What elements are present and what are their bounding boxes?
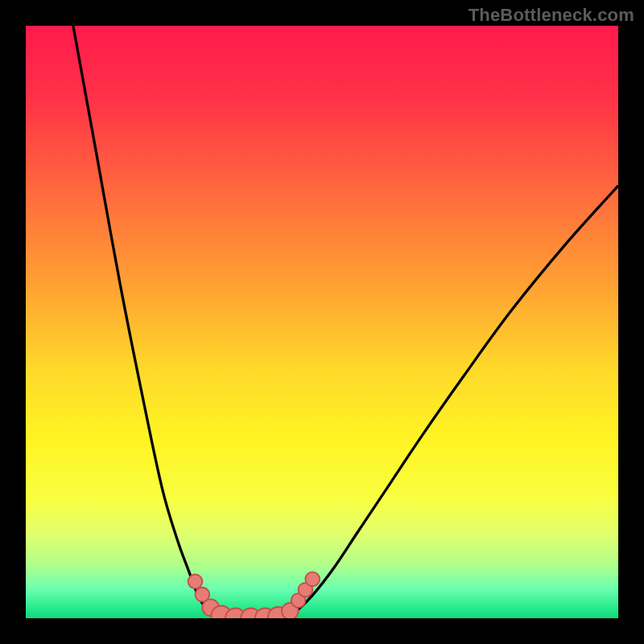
plot-area [26, 26, 618, 618]
data-marker [305, 572, 320, 587]
data-marker [188, 575, 203, 589]
chart-background [26, 26, 618, 618]
chart-frame: TheBottleneck.com [0, 0, 644, 644]
watermark-text: TheBottleneck.com [469, 5, 634, 26]
chart-svg [26, 26, 618, 618]
